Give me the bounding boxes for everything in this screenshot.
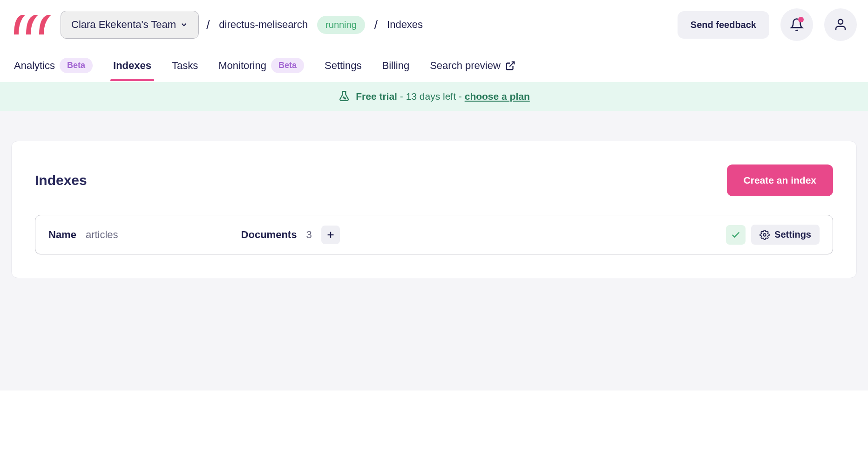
index-settings-button[interactable]: Settings [751, 225, 820, 245]
project-name[interactable]: directus-melisearch [219, 19, 308, 31]
team-name: Clara Ekekenta's Team [71, 19, 176, 31]
header: Clara Ekekenta's Team / directus-melisea… [0, 0, 868, 49]
breadcrumb: / directus-melisearch running / Indexes [206, 16, 670, 34]
status-ok-badge [726, 225, 746, 245]
trial-icon [338, 90, 350, 103]
gear-icon [760, 230, 770, 240]
index-row[interactable]: Name articles Documents 3 Settings [35, 215, 833, 254]
nav-tabs: Analytics Beta Indexes Tasks Monitoring … [0, 49, 868, 82]
trial-days: - 13 days left - [397, 91, 465, 102]
team-selector[interactable]: Clara Ekekenta's Team [61, 11, 199, 39]
tab-tasks[interactable]: Tasks [169, 51, 201, 80]
profile-button[interactable] [824, 8, 857, 41]
tab-billing[interactable]: Billing [379, 51, 412, 80]
documents-count: 3 [306, 229, 312, 241]
breadcrumb-separator: / [206, 18, 210, 32]
trial-banner: Free trial - 13 days left - choose a pla… [0, 82, 868, 111]
notification-dot [798, 17, 804, 22]
notifications-button[interactable] [780, 8, 813, 41]
tab-indexes[interactable]: Indexes [110, 51, 154, 80]
tab-label: Settings [325, 60, 362, 72]
tab-search-preview[interactable]: Search preview [427, 51, 518, 80]
beta-badge: Beta [60, 58, 93, 73]
send-feedback-button[interactable]: Send feedback [678, 11, 769, 39]
content-area: Indexes Create an index Name articles Do… [0, 111, 868, 391]
beta-badge: Beta [271, 58, 304, 73]
external-link-icon [505, 61, 515, 71]
plus-icon [326, 230, 336, 240]
status-badge: running [317, 16, 365, 34]
svg-line-1 [509, 62, 514, 66]
check-icon [731, 230, 741, 240]
svg-point-4 [345, 98, 346, 99]
logo [11, 12, 53, 37]
chevron-down-icon [180, 21, 188, 29]
tab-label: Analytics [14, 60, 55, 72]
breadcrumb-page: Indexes [387, 19, 423, 31]
tab-label: Indexes [113, 60, 151, 72]
indexes-card: Indexes Create an index Name articles Do… [11, 141, 857, 278]
header-actions: Send feedback [678, 8, 857, 41]
choose-plan-link[interactable]: choose a plan [465, 91, 530, 102]
svg-point-0 [838, 20, 843, 24]
page-title: Indexes [35, 172, 87, 188]
tab-label: Monitoring [218, 60, 266, 72]
tab-label: Billing [382, 60, 409, 72]
index-name: articles [86, 229, 118, 241]
name-label: Name [48, 229, 76, 241]
breadcrumb-separator: / [374, 18, 378, 32]
tab-analytics[interactable]: Analytics Beta [11, 49, 95, 82]
svg-point-7 [763, 233, 766, 236]
documents-label: Documents [241, 229, 297, 241]
trial-title: Free trial [356, 91, 397, 102]
create-index-button[interactable]: Create an index [727, 164, 833, 196]
tab-settings[interactable]: Settings [322, 51, 365, 80]
card-header: Indexes Create an index [35, 164, 833, 196]
add-documents-button[interactable] [321, 226, 340, 244]
tab-label: Search preview [430, 60, 501, 72]
user-icon [834, 18, 848, 32]
tab-label: Tasks [172, 60, 198, 72]
settings-label: Settings [774, 229, 811, 240]
svg-point-3 [343, 97, 344, 98]
tab-monitoring[interactable]: Monitoring Beta [216, 49, 307, 82]
